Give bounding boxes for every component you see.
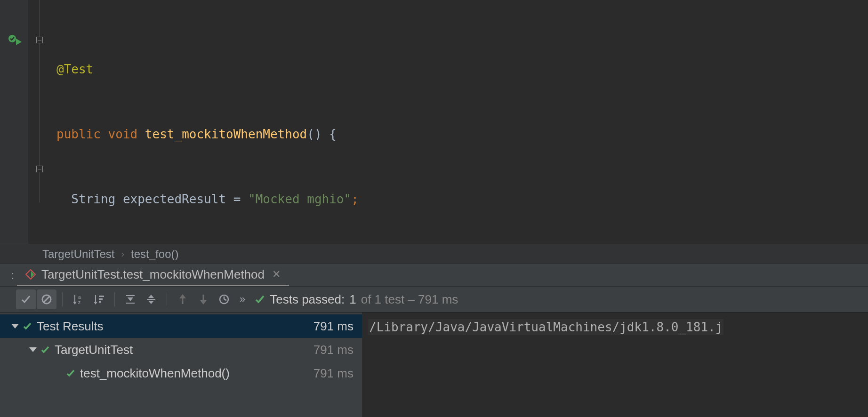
test-tree-row[interactable]: TargetUnitTest791 ms	[0, 338, 362, 361]
breadcrumb-method[interactable]: test_foo()	[131, 248, 178, 261]
status-tail: of 1 test – 791 ms	[361, 292, 458, 307]
code-editor[interactable]: @Test public void test_mockitoWhenMethod…	[0, 0, 868, 244]
method-name: test_mockitoWhenMethod	[145, 127, 307, 141]
code-text: () {	[307, 127, 337, 141]
test-node-label: Test Results	[37, 319, 104, 334]
svg-rect-14	[99, 301, 101, 303]
test-toolbar-buttons: az »	[0, 289, 245, 309]
keyword: void	[108, 127, 138, 141]
sort-duration-button[interactable]	[89, 289, 109, 309]
status-prefix: Tests passed:	[270, 292, 345, 307]
svg-marker-16	[128, 297, 133, 301]
fold-start-icon[interactable]	[36, 37, 43, 43]
test-node-label: TargetUnitTest	[55, 343, 133, 357]
run-config-tab[interactable]: TargetUnitTest.test_mockitoWhenMethod ✕	[17, 264, 289, 286]
svg-text:z: z	[78, 300, 80, 305]
keyword: public	[56, 127, 101, 141]
prev-failed-button[interactable]	[173, 289, 193, 309]
string-literal: "Mocked mghio"	[248, 192, 351, 206]
breadcrumb-bar: TargetUnitTest › test_foo()	[0, 244, 868, 264]
check-icon	[255, 294, 265, 305]
run-config-tab-title: TargetUnitTest.test_mockitoWhenMethod	[41, 267, 265, 282]
toolbar-separator	[114, 292, 115, 306]
svg-rect-12	[99, 296, 104, 297]
test-tree-row[interactable]: test_mockitoWhenMethod()791 ms	[0, 361, 362, 385]
toolbar-overflow-icon[interactable]: »	[240, 293, 245, 305]
expand-all-button[interactable]	[121, 289, 140, 309]
test-toolbar: az » Tests passed: 1 of 1 test – 791 ms	[0, 286, 868, 313]
svg-rect-13	[99, 298, 103, 300]
svg-line-27	[224, 299, 226, 300]
code-text: String expectedResult =	[71, 192, 248, 206]
test-tree-row[interactable]: Test Results791 ms	[0, 314, 362, 338]
next-failed-button[interactable]	[193, 289, 213, 309]
svg-marker-20	[148, 301, 154, 304]
show-passed-toggle[interactable]	[16, 289, 36, 309]
svg-marker-19	[148, 295, 154, 298]
run-test-gutter-icon[interactable]	[8, 35, 22, 45]
test-node-duration: 791 ms	[313, 319, 354, 334]
expand-arrow-icon[interactable]	[29, 347, 37, 352]
svg-marker-1	[16, 39, 22, 45]
test-console[interactable]: /Library/Java/JavaVirtualMachines/jdk1.8…	[362, 313, 868, 417]
test-node-duration: 791 ms	[313, 366, 354, 381]
run-tab-bar-label: :	[0, 269, 17, 282]
show-ignored-toggle[interactable]	[37, 289, 56, 309]
svg-marker-7	[73, 302, 77, 305]
test-passed-icon	[23, 321, 32, 331]
expand-arrow-icon[interactable]	[11, 324, 19, 329]
status-count: 1	[349, 292, 356, 307]
close-icon[interactable]: ✕	[272, 268, 281, 281]
svg-rect-17	[126, 303, 135, 304]
run-config-icon	[25, 269, 36, 280]
code-text: ;	[351, 192, 359, 206]
breadcrumb-class[interactable]: TargetUnitTest	[42, 248, 114, 261]
svg-line-5	[44, 297, 49, 302]
test-status-summary: Tests passed: 1 of 1 test – 791 ms	[255, 292, 458, 307]
svg-marker-22	[179, 294, 186, 298]
annotation: @Test	[56, 62, 93, 76]
test-node-duration: 791 ms	[313, 343, 354, 357]
toolbar-separator	[62, 292, 63, 306]
console-line: /Library/Java/JavaVirtualMachines/jdk1.8…	[368, 319, 723, 335]
test-passed-icon	[40, 345, 50, 354]
svg-marker-11	[94, 302, 97, 305]
svg-rect-18	[147, 299, 155, 300]
svg-rect-15	[126, 295, 135, 296]
svg-marker-24	[200, 300, 207, 305]
sort-alpha-button[interactable]: az	[68, 289, 88, 309]
fold-end-icon[interactable]	[36, 166, 43, 172]
test-tree[interactable]: Test Results791 msTargetUnitTest791 mste…	[0, 313, 362, 417]
test-history-button[interactable]	[214, 289, 234, 309]
toolbar-separator	[167, 292, 167, 306]
breadcrumb-separator-icon: ›	[121, 249, 124, 259]
test-passed-icon	[66, 369, 75, 378]
test-results-panel: Test Results791 msTargetUnitTest791 mste…	[0, 313, 868, 417]
test-node-label: test_mockitoWhenMethod()	[80, 366, 230, 381]
svg-text:a: a	[78, 295, 81, 300]
run-tab-bar: : TargetUnitTest.test_mockitoWhenMethod …	[0, 264, 868, 286]
collapse-all-button[interactable]	[141, 289, 161, 309]
